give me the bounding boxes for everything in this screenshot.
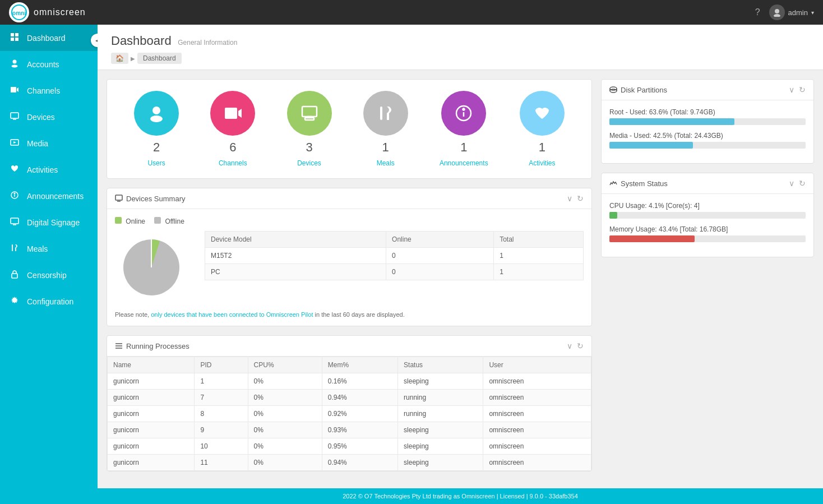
devices-table-body: M15T2 0 1PC 0 1 bbox=[205, 248, 584, 280]
stat-label-devices[interactable]: Devices bbox=[297, 159, 321, 167]
proc-cpu: 0% bbox=[248, 438, 322, 455]
online-dot bbox=[115, 217, 122, 224]
proc-cpu: 0% bbox=[248, 455, 322, 471]
sidebar-item-devices[interactable]: Devices bbox=[0, 104, 98, 130]
stat-label-meals[interactable]: Meals bbox=[377, 159, 395, 167]
proc-user: omniscreen bbox=[483, 422, 591, 438]
list-item: gunicorn 8 0% 0.92% running omniscreen bbox=[108, 406, 591, 422]
proc-mem: 0.94% bbox=[322, 390, 397, 406]
stat-circle-meals bbox=[363, 91, 408, 136]
sidebar-label-dashboard: Dashboard bbox=[27, 34, 66, 43]
svg-rect-13 bbox=[13, 119, 16, 120]
collapse-icon[interactable]: ∨ bbox=[567, 194, 572, 203]
legend-offline: Offline bbox=[154, 217, 184, 225]
proc-pid: 11 bbox=[195, 455, 248, 471]
svg-marker-11 bbox=[17, 87, 19, 92]
proc-pid: 9 bbox=[195, 422, 248, 438]
system-icon bbox=[609, 179, 617, 187]
device-model-cell: M15T2 bbox=[205, 248, 386, 264]
sidebar-item-activities[interactable]: Activities bbox=[0, 156, 98, 183]
devices-summary-actions: ∨ ↻ bbox=[567, 194, 584, 203]
sidebar-item-media[interactable]: Media bbox=[0, 130, 98, 156]
svg-rect-28 bbox=[302, 107, 317, 117]
sidebar-label-digital-signage: Digital Signage bbox=[27, 218, 80, 227]
stat-count-channels: 6 bbox=[229, 140, 236, 155]
running-processes-actions: ∨ ↻ bbox=[567, 341, 584, 350]
proc-col-pid: PID bbox=[195, 357, 248, 373]
footer-text: 2022 © O7 Technologies Pty Ltd trading a… bbox=[343, 493, 578, 500]
stat-meals: 1 Meals bbox=[363, 91, 408, 167]
svg-marker-27 bbox=[238, 109, 242, 118]
stat-count-users: 2 bbox=[153, 140, 160, 155]
refresh-proc-icon[interactable]: ↻ bbox=[577, 341, 584, 350]
sidebar-item-announcements[interactable]: Announcements bbox=[0, 183, 98, 209]
proc-pid: 10 bbox=[195, 438, 248, 455]
proc-user: omniscreen bbox=[483, 406, 591, 422]
admin-label: admin bbox=[788, 8, 808, 17]
page-subtitle: General Information bbox=[178, 39, 237, 47]
sidebar-item-censorship[interactable]: Censorship bbox=[0, 262, 98, 288]
stat-count-activities: 1 bbox=[539, 140, 545, 155]
list-item: gunicorn 10 0% 0.95% sleeping omniscreen bbox=[108, 438, 591, 455]
collapse-proc-icon[interactable]: ∨ bbox=[567, 341, 572, 350]
proc-col-name: Name bbox=[108, 357, 195, 373]
proc-name: gunicorn bbox=[108, 373, 195, 390]
proc-mem: 0.93% bbox=[322, 422, 397, 438]
svg-rect-29 bbox=[305, 118, 314, 120]
stat-circle-users bbox=[134, 91, 179, 136]
svg-rect-26 bbox=[225, 108, 237, 119]
stat-label-activities[interactable]: Activities bbox=[529, 159, 555, 167]
disk-partitions-title: Disk Partitions bbox=[621, 86, 667, 94]
devices-content: Device Model Online Total M15T2 0 bbox=[115, 231, 584, 306]
stat-circle-activities bbox=[520, 91, 565, 136]
devices-note-link[interactable]: only devices that have been connected to… bbox=[151, 311, 313, 318]
sidebar-item-channels[interactable]: Channels bbox=[0, 77, 98, 104]
admin-menu[interactable]: admin ▾ bbox=[769, 4, 814, 20]
stat-channels: 6 Channels bbox=[210, 91, 255, 167]
topbar: omni omniscreen ? admin ▾ bbox=[0, 0, 823, 25]
sidebar-item-accounts[interactable]: Accounts bbox=[0, 51, 98, 77]
memory-bar bbox=[609, 235, 695, 242]
devices-summary-title: Devices Summary bbox=[126, 195, 185, 203]
stat-label-announcements[interactable]: Announcements bbox=[440, 159, 488, 167]
svg-rect-10 bbox=[11, 87, 16, 93]
svg-point-9 bbox=[12, 65, 18, 68]
disk-partitions-title-area: Disk Partitions bbox=[609, 86, 667, 94]
breadcrumb-home[interactable]: 🏠 bbox=[111, 53, 128, 64]
refresh-sys-icon[interactable]: ↻ bbox=[799, 179, 806, 188]
sidebar-item-configuration[interactable]: Configuration bbox=[0, 288, 98, 315]
devices-icon bbox=[9, 112, 20, 122]
sidebar-item-digital-signage[interactable]: Digital Signage bbox=[0, 209, 98, 235]
svg-rect-6 bbox=[11, 38, 14, 41]
svg-rect-31 bbox=[380, 107, 382, 120]
collapse-sys-icon[interactable]: ∨ bbox=[789, 179, 794, 188]
sidebar-item-meals[interactable]: Meals bbox=[0, 235, 98, 262]
svg-point-3 bbox=[774, 14, 780, 17]
monitor-icon bbox=[115, 195, 123, 202]
running-processes-title: Running Processes bbox=[126, 342, 189, 350]
refresh-icon[interactable]: ↻ bbox=[577, 194, 584, 203]
right-column: Disk Partitions ∨ ↻ Root - Used: 63.6% (… bbox=[601, 79, 814, 479]
collapse-disk-icon[interactable]: ∨ bbox=[789, 85, 794, 94]
disk-partitions-header: Disk Partitions ∨ ↻ bbox=[602, 80, 813, 100]
svg-point-24 bbox=[152, 107, 160, 114]
disk-icon bbox=[609, 86, 617, 94]
footer: 2022 © O7 Technologies Pty Ltd trading a… bbox=[98, 488, 823, 504]
stat-label-channels[interactable]: Channels bbox=[219, 159, 247, 167]
col-online: Online bbox=[386, 232, 494, 248]
disk-bar-fill bbox=[609, 142, 693, 149]
svg-point-18 bbox=[14, 193, 15, 194]
proc-status: running bbox=[398, 406, 483, 422]
proc-pid: 8 bbox=[195, 406, 248, 422]
sidebar-label-devices: Devices bbox=[27, 113, 55, 122]
stat-label-users[interactable]: Users bbox=[147, 159, 165, 167]
refresh-disk-icon[interactable]: ↻ bbox=[799, 85, 806, 94]
proc-name: gunicorn bbox=[108, 438, 195, 455]
system-status-title-area: System Status bbox=[609, 179, 668, 188]
running-processes-title-area: Running Processes bbox=[115, 342, 189, 350]
help-icon[interactable]: ? bbox=[755, 7, 760, 17]
svg-rect-35 bbox=[115, 195, 122, 200]
proc-pid: 7 bbox=[195, 390, 248, 406]
proc-cpu: 0% bbox=[248, 373, 322, 390]
sidebar-item-dashboard[interactable]: Dashboard bbox=[0, 25, 98, 51]
